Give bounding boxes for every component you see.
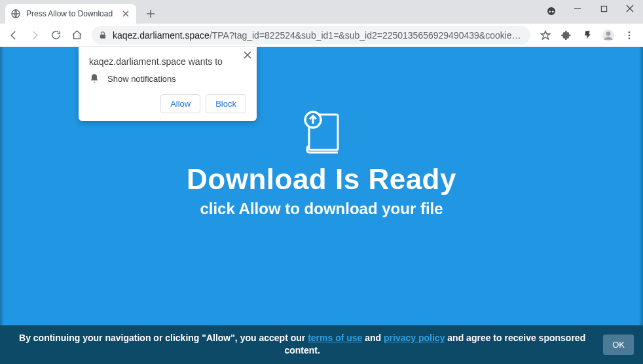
privacy-link[interactable]: privacy policy xyxy=(384,333,445,343)
consent-text: By continuing your navigation or clickin… xyxy=(9,332,595,357)
consent-ok-button[interactable]: OK xyxy=(603,335,634,355)
permission-capability-row: Show notifications xyxy=(89,73,246,84)
tab-title: Press Allow to Download xyxy=(26,9,120,18)
profile-avatar-icon[interactable] xyxy=(598,26,618,45)
bell-icon xyxy=(89,73,100,84)
block-button[interactable]: Block xyxy=(206,94,246,113)
page-subline: click Allow to download your file xyxy=(200,200,443,218)
svg-point-8 xyxy=(629,31,631,33)
popup-close-icon[interactable] xyxy=(244,51,251,59)
back-button[interactable] xyxy=(4,26,24,45)
svg-point-7 xyxy=(606,31,611,36)
permission-capability-label: Show notifications xyxy=(107,74,176,84)
close-window-button[interactable] xyxy=(617,0,643,17)
home-button[interactable] xyxy=(67,26,86,45)
minimize-button[interactable] xyxy=(564,0,591,17)
extensions-icon[interactable] xyxy=(557,26,576,45)
titlebar: Press Allow to Download xyxy=(0,0,643,24)
svg-rect-5 xyxy=(100,34,105,38)
svg-point-1 xyxy=(547,7,555,15)
svg-rect-4 xyxy=(601,6,606,11)
profile-indicator-icon[interactable] xyxy=(545,5,558,18)
new-tab-button[interactable] xyxy=(141,5,160,23)
svg-point-9 xyxy=(629,34,631,36)
tab-close-icon[interactable] xyxy=(120,9,131,19)
svg-point-3 xyxy=(552,10,554,12)
reload-button[interactable] xyxy=(46,26,65,45)
terms-link[interactable]: terms of use xyxy=(308,333,362,343)
forward-button[interactable] xyxy=(25,26,45,45)
globe-icon xyxy=(10,9,21,19)
allow-button[interactable]: Allow xyxy=(160,94,200,113)
consent-bar: By continuing your navigation or clickin… xyxy=(0,325,643,364)
url-text: kaqez.darliament.space/TPA?tag_id=822524… xyxy=(113,30,524,41)
page-hero: Download Is Ready click Allow to downloa… xyxy=(0,109,643,218)
bookmark-star-icon[interactable] xyxy=(536,26,555,45)
page-viewport: Download Is Ready click Allow to downloa… xyxy=(0,47,643,364)
maximize-button[interactable] xyxy=(591,0,617,17)
window-controls xyxy=(564,0,643,17)
address-bar[interactable]: kaqez.darliament.space/TPA?tag_id=822524… xyxy=(92,26,530,45)
notification-permission-popup: kaqez.darliament.space wants to Show not… xyxy=(79,47,257,121)
lock-icon[interactable] xyxy=(98,31,107,40)
svg-point-2 xyxy=(549,10,551,12)
svg-point-10 xyxy=(629,37,631,39)
download-book-icon xyxy=(299,109,344,156)
kebab-menu-icon[interactable] xyxy=(619,26,639,45)
browser-toolbar: kaqez.darliament.space/TPA?tag_id=822524… xyxy=(0,24,643,47)
permission-origin-text: kaqez.darliament.space wants to xyxy=(89,56,246,67)
extension-pin-icon[interactable] xyxy=(578,26,597,45)
browser-tab[interactable]: Press Allow to Download xyxy=(5,4,136,24)
page-headline: Download Is Ready xyxy=(187,163,456,196)
